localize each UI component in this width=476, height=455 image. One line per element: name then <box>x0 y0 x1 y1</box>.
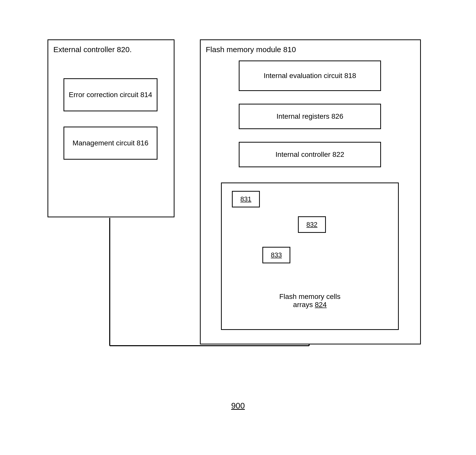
cell-box-833: 833 <box>262 247 290 263</box>
flash-cells-num: 824 <box>315 301 327 309</box>
internal-controller-label: Internal controller 822 <box>276 150 344 159</box>
internal-registers-box: Internal registers 826 <box>239 104 381 129</box>
internal-registers-label: Internal registers 826 <box>276 112 343 120</box>
error-correction-box: Error correction circuit 814 <box>64 78 157 111</box>
flash-cells-line2: arrays <box>293 301 313 309</box>
internal-eval-label: Internal evaluation circuit 818 <box>264 72 356 80</box>
management-circuit-box: Management circuit 816 <box>64 127 157 160</box>
cell-833-label: 833 <box>271 251 282 259</box>
cell-box-831: 831 <box>232 191 260 207</box>
internal-eval-box: Internal evaluation circuit 818 <box>239 60 381 91</box>
external-controller-label: External controller 820. <box>53 45 132 54</box>
error-correction-label: Error correction circuit 814 <box>69 91 152 99</box>
cell-832-label: 832 <box>306 221 317 229</box>
flash-cells-outer-box: 831 832 833 Flash memory cells arrays 82… <box>221 183 399 330</box>
flash-memory-box: Flash memory module 810 Internal evaluat… <box>200 39 421 344</box>
flash-cells-text: Flash memory cells arrays 824 <box>222 293 398 309</box>
cell-box-832: 832 <box>298 216 326 233</box>
management-circuit-label: Management circuit 816 <box>73 139 149 147</box>
flash-memory-label: Flash memory module 810 <box>206 45 296 54</box>
cell-831-label: 831 <box>240 195 251 203</box>
figure-number: 900 <box>231 401 245 410</box>
internal-controller-box: Internal controller 822 <box>239 142 381 167</box>
figure-label: 900 <box>231 401 245 411</box>
flash-cells-line1: Flash memory cells <box>279 293 340 300</box>
external-controller-box: External controller 820. Error correctio… <box>47 39 174 217</box>
